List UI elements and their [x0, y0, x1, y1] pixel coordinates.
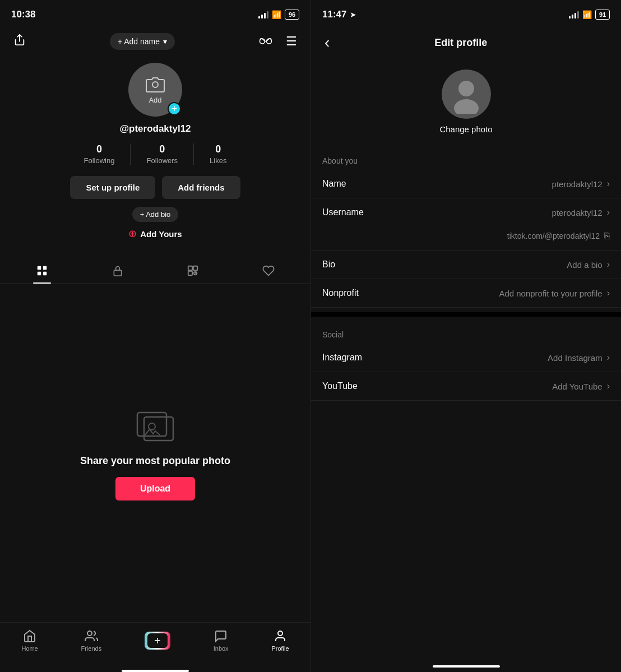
share-button[interactable]: [11, 31, 28, 52]
svg-point-20: [458, 81, 474, 96]
setup-profile-button[interactable]: Set up profile: [70, 176, 155, 199]
copy-icon[interactable]: ⎘: [604, 231, 610, 241]
svg-point-19: [278, 631, 282, 636]
profile-buttons: Set up profile Add friends: [70, 176, 240, 199]
time-left: 10:38: [11, 9, 35, 20]
upload-button[interactable]: Upload: [115, 477, 195, 500]
likes-label: Likes: [210, 156, 226, 165]
nav-friends[interactable]: Friends: [74, 627, 108, 654]
status-bar-left: 10:38 📶 96: [0, 0, 310, 27]
username-row[interactable]: Username pterodaktyl12 ›: [311, 198, 621, 226]
stats-row: 0 Following 0 Followers 0 Likes: [68, 143, 243, 165]
edit-profile-header: ‹ Edit profile: [311, 27, 621, 61]
following-label: Following: [84, 156, 115, 165]
likes-stat[interactable]: 0 Likes: [193, 143, 242, 165]
svg-point-3: [152, 82, 158, 87]
tab-tag[interactable]: [155, 258, 231, 284]
home-label: Home: [21, 645, 38, 652]
youtube-value: Add YouTube ›: [552, 381, 610, 391]
inbox-label: Inbox: [214, 645, 229, 652]
followers-count: 0: [159, 143, 165, 155]
likes-count: 0: [215, 143, 221, 155]
friends-icon: [85, 629, 98, 643]
svg-point-2: [267, 39, 272, 44]
nonprofit-row[interactable]: Nonprofit Add nonprofit to your profile …: [311, 279, 621, 308]
menu-button[interactable]: ☰: [284, 32, 299, 51]
battery-icon-right: 91: [595, 10, 610, 20]
section-divider: [311, 312, 621, 317]
youtube-row[interactable]: YouTube Add YouTube ›: [311, 372, 621, 401]
nav-profile[interactable]: Profile: [265, 627, 295, 654]
signal-icon-right: [569, 11, 579, 18]
following-stat[interactable]: 0 Following: [68, 143, 131, 165]
lock-icon: [112, 265, 123, 277]
camera-icon: [145, 76, 165, 94]
chevron-right-nonprofit-icon: ›: [607, 288, 610, 298]
form-section: About you Name pterodaktyl12 › Username …: [311, 147, 621, 659]
profile-label: Profile: [271, 645, 289, 652]
add-friends-button[interactable]: Add friends: [162, 176, 240, 199]
svg-rect-10: [193, 266, 197, 270]
svg-point-18: [87, 631, 92, 636]
followers-stat[interactable]: 0 Followers: [130, 143, 193, 165]
about-section-header: About you: [311, 147, 621, 170]
edit-avatar-section: Change photo: [311, 61, 621, 147]
right-panel: 11:47 ➤ 📶 91 ‹ Edit profile: [310, 0, 621, 672]
chevron-right-youtube-icon: ›: [607, 381, 610, 391]
edit-avatar[interactable]: [442, 69, 491, 119]
home-indicator-right: [433, 665, 500, 668]
svg-rect-8: [114, 270, 121, 276]
status-icons-right: 📶 91: [569, 10, 610, 20]
tabs-row: [0, 258, 310, 284]
nav-inbox[interactable]: Inbox: [207, 627, 235, 654]
tiktok-url-text: tiktok.com/@pterodaktyl12: [507, 231, 600, 240]
followers-label: Followers: [146, 156, 178, 165]
glasses-icon[interactable]: [257, 33, 275, 51]
profile-icon: [274, 629, 287, 643]
chevron-down-icon: ▾: [163, 37, 167, 46]
back-button[interactable]: ‹: [322, 31, 332, 54]
chevron-right-instagram-icon: ›: [607, 353, 610, 363]
chevron-right-icon: ›: [607, 179, 610, 189]
tiktok-url-row[interactable]: tiktok.com/@pterodaktyl12 ⎘: [311, 226, 621, 251]
tagged-icon: [187, 265, 199, 277]
bio-row[interactable]: Bio Add a bio ›: [311, 251, 621, 279]
avatar-container[interactable]: Add +: [128, 63, 182, 117]
svg-point-1: [260, 39, 265, 44]
home-indicator-left: [122, 670, 189, 672]
svg-rect-9: [188, 266, 192, 270]
add-bio-button[interactable]: + Add bio: [132, 207, 179, 222]
add-name-button[interactable]: + Add name ▾: [110, 33, 175, 50]
left-panel: 10:38 📶 96 + Add name ▾: [0, 0, 310, 672]
battery-icon: 96: [285, 10, 299, 20]
svg-point-21: [454, 99, 479, 114]
avatar-add-label: Add: [149, 96, 161, 104]
change-photo-button[interactable]: Change photo: [439, 124, 492, 134]
tab-lock[interactable]: [80, 258, 156, 284]
create-button[interactable]: +: [145, 632, 170, 650]
tab-grid[interactable]: [4, 258, 80, 284]
liked-icon: [262, 265, 275, 277]
edit-profile-title: Edit profile: [434, 37, 487, 49]
nav-right-icons: ☰: [257, 32, 299, 51]
social-section-header: Social: [311, 321, 621, 344]
wifi-icon: 📶: [272, 10, 281, 19]
username-value: pterodaktyl12 ›: [552, 207, 610, 217]
svg-rect-4: [38, 266, 41, 270]
person-icon: [447, 75, 486, 114]
wifi-icon-right: 📶: [582, 10, 592, 19]
svg-rect-6: [38, 272, 41, 275]
tab-liked[interactable]: [231, 258, 307, 284]
grid-icon: [36, 265, 48, 277]
add-yours-row[interactable]: ⊕ Add Yours: [128, 228, 182, 240]
name-value: pterodaktyl12 ›: [552, 179, 610, 189]
svg-rect-11: [188, 271, 192, 275]
plus-badge[interactable]: +: [168, 102, 181, 115]
nav-home[interactable]: Home: [15, 627, 44, 654]
bio-value: Add a bio ›: [567, 259, 610, 270]
photo-placeholder-icon: [133, 406, 178, 445]
name-row[interactable]: Name pterodaktyl12 ›: [311, 170, 621, 198]
nav-create[interactable]: +: [138, 629, 177, 652]
instagram-row[interactable]: Instagram Add Instagram ›: [311, 344, 621, 372]
content-area: Share your most popular photo Upload: [0, 284, 310, 622]
